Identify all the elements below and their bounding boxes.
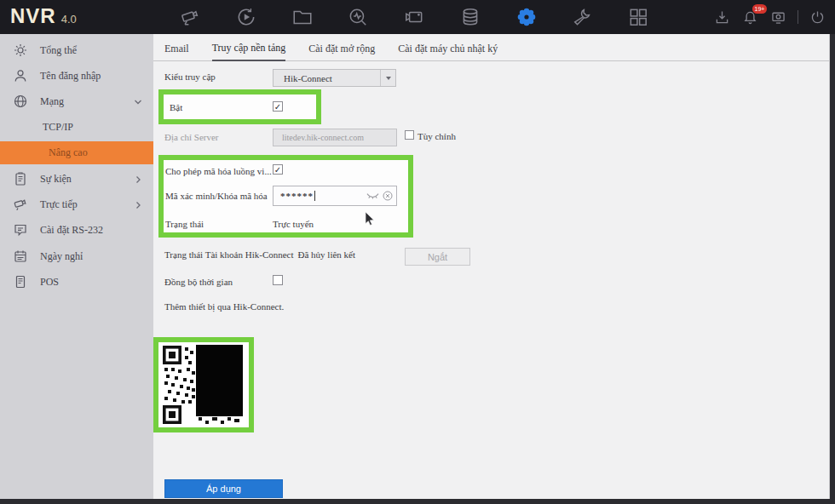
topbar-divider (798, 10, 798, 24)
sidebar-label: Cài đặt RS-232 (40, 224, 103, 237)
download-icon[interactable] (713, 9, 731, 26)
sidebar-label: TCP/IP (43, 121, 73, 134)
status-label: Trạng thái (165, 219, 204, 229)
chevron-right-icon (134, 175, 142, 183)
camera-icon (13, 197, 28, 212)
pos-terminal-icon (13, 274, 28, 289)
logo-version: 4.0 (61, 13, 77, 26)
sidebar-item-holiday[interactable]: Ngày nghỉ (0, 243, 153, 269)
custom-label: Tùy chỉnh (418, 131, 456, 141)
sidebar-label: Trực tiếp (40, 198, 78, 211)
time-sync-checkbox[interactable] (273, 275, 283, 285)
server-address-label: Địa chỉ Server (164, 132, 219, 142)
verification-code-value: ****** (280, 191, 314, 201)
tab-platform-access[interactable]: Truy cập nền tảng (212, 42, 286, 61)
show-password-icon[interactable] (366, 192, 379, 200)
layout-icon[interactable] (627, 6, 649, 28)
storage-icon[interactable] (459, 6, 481, 28)
verification-code-input[interactable]: ****** (273, 186, 397, 206)
apply-button[interactable]: Áp dụng (164, 479, 283, 498)
dropdown-arrow (380, 70, 395, 86)
sidebar-label: Mạng (40, 95, 64, 108)
chat-bubble-icon (13, 222, 28, 238)
local-device-icon[interactable] (769, 9, 787, 26)
chevron-right-icon (134, 200, 142, 209)
sidebar-label: Nâng cao (49, 146, 88, 159)
account-status-label: Trạng thái Tài khoản Hik-Connect (164, 249, 294, 260)
file-management-icon[interactable] (291, 6, 314, 28)
verification-code-label: Mã xác minh/Khóa mã hóa (165, 191, 268, 201)
sidebar-label: Tên đăng nhập (40, 70, 101, 83)
tab-more-settings[interactable]: Cài đặt mở rộng (308, 43, 375, 60)
maintenance-icon[interactable] (571, 6, 593, 28)
nvr-window: NVR 4.0 (0, 0, 835, 504)
tab-email[interactable]: Email (164, 43, 189, 60)
chevron-down-icon (134, 97, 142, 106)
tab-bar: Email Truy cập nền tảng Cài đặt mở rộng … (153, 39, 829, 61)
access-type-label: Kiểu truy cập (164, 72, 216, 82)
sidebar-item-tcpip[interactable]: TCP/IP (0, 114, 153, 140)
sidebar-item-event[interactable]: Sự kiện (0, 166, 153, 192)
qr-code (161, 344, 246, 426)
account-status-row: Trạng thái Tài khoản Hik-Connect Đã hủy … (164, 249, 355, 260)
ptz-camera-icon[interactable] (179, 6, 201, 28)
account-status-value: Đã hủy liên kết (298, 249, 356, 260)
access-type-dropdown[interactable]: Hik-Connect (273, 69, 396, 87)
clear-input-icon[interactable] (383, 191, 393, 201)
unlink-button[interactable]: Ngắt (405, 248, 470, 266)
sidebar-label: Tổng thể (40, 44, 77, 57)
time-sync-label: Đồng bộ thời gian (164, 277, 233, 287)
enable-label: Bật (170, 102, 182, 112)
sidebar: Tổng thể Tên đăng nhập Mạng TCP/IP (0, 34, 153, 499)
sidebar-label: Ngày nghỉ (40, 250, 83, 263)
sidebar-item-general[interactable]: Tổng thể (0, 37, 153, 63)
main-content: Email Truy cập nền tảng Cài đặt mở rộng … (153, 34, 830, 499)
tab-log-server[interactable]: Cài đặt máy chủ nhật ký (398, 43, 498, 60)
text-caret (314, 191, 315, 201)
sidebar-label: Sự kiện (40, 173, 72, 186)
gear-icon (13, 43, 28, 58)
status-nav: 19+ (713, 0, 826, 34)
sidebar-label: POS (40, 276, 59, 289)
sidebar-item-rs232[interactable]: Cài đặt RS-232 (0, 217, 153, 243)
alarm-icon[interactable]: 19+ (741, 9, 759, 26)
clipboard-icon (13, 171, 28, 186)
sidebar-item-pos[interactable]: POS (0, 269, 153, 295)
add-device-note: Thêm thiết bị qua Hik-Connect. (164, 301, 284, 312)
sidebar-item-user[interactable]: Tên đăng nhập (0, 63, 153, 89)
mouse-cursor (365, 211, 376, 227)
video-icon[interactable] (403, 6, 425, 28)
smart-analysis-icon[interactable] (347, 6, 369, 28)
app-logo: NVR 4.0 (10, 4, 77, 28)
playback-icon[interactable] (235, 6, 257, 28)
logo-text: NVR (10, 4, 56, 28)
status-value: Trực tuyến (273, 219, 314, 229)
access-type-value: Hik-Connect (274, 73, 380, 83)
stream-encryption-label: Cho phép mã hóa luồng vi... (165, 166, 272, 176)
alarm-badge: 19+ (752, 4, 767, 14)
user-icon (13, 68, 28, 83)
stream-encryption-checkbox[interactable] (273, 164, 283, 175)
top-bar: NVR 4.0 (0, 0, 835, 34)
sidebar-item-advanced[interactable]: Nâng cao (0, 141, 153, 164)
main-nav (179, 0, 649, 34)
server-address-input[interactable]: litedev.hik-connect.com (273, 129, 397, 146)
custom-checkbox[interactable] (405, 130, 414, 140)
calendar-icon (13, 249, 28, 264)
highlight-qr (153, 337, 254, 432)
globe-icon (13, 94, 28, 109)
enable-checkbox[interactable] (273, 101, 283, 112)
sidebar-item-network[interactable]: Mạng (0, 89, 153, 114)
highlight-enable: Bật (158, 89, 321, 124)
settings-icon[interactable] (515, 6, 538, 28)
server-address-value: litedev.hik-connect.com (282, 133, 364, 142)
sidebar-item-live-view[interactable]: Trực tiếp (0, 192, 153, 217)
power-icon[interactable] (809, 9, 826, 26)
